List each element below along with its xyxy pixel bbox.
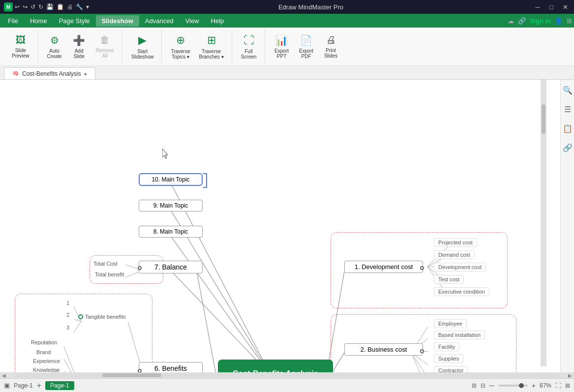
user-icon[interactable]: 👤 [555,17,563,25]
h-scroll-thumb[interactable] [102,373,161,377]
ribbon-group-traverse: ⊕ TraverseTopics ▾ ⊞ TraverseBranches ▾ [163,30,232,63]
menu-advanced[interactable]: Advanced [139,15,180,27]
undo-icon[interactable]: ↩ [15,3,20,10]
traverse-branches-icon: ⊞ [207,34,216,47]
save-icon[interactable]: 💾 [46,3,54,10]
scroll-left-button[interactable]: ◀ [0,373,8,378]
title-bar-left: M ↩ ↪ ↺ ↻ 💾 📋 🖨 🔧 ▾ [4,2,89,11]
canvas[interactable]: Cost-Benefits Analysis 10. Main Topic 9.… [0,80,560,372]
tangible-num-2: 2 [66,312,69,318]
remove-all-button[interactable]: 🗑 RemoveAll [92,30,118,63]
tangible-benefits-node[interactable]: Tangible benefits [78,314,126,320]
horizontal-scrollbar[interactable]: ◀ ▶ [0,372,574,378]
svg-line-8 [171,271,271,372]
total-benefit-label: Total benefit [95,271,124,277]
page-indicator: Page-1 [14,382,33,389]
experience-label: Experience [33,358,60,364]
redo-icon[interactable]: ↪ [23,3,28,10]
cloud-icon[interactable]: ☁ [508,17,514,25]
menu-view[interactable]: View [180,15,205,27]
traverse-topics-icon: ⊕ [176,34,185,47]
panel-toggle-icon[interactable]: ▣ [4,382,10,389]
active-page-tab[interactable]: Page-1 [45,381,74,390]
copy-icon[interactable]: 📋 [57,3,64,10]
traverse-branches-button[interactable]: ⊞ TraverseBranches ▾ [195,30,228,63]
print-icon[interactable]: 🖨 [67,3,73,10]
zoom-thumb[interactable] [519,383,524,388]
menu-help[interactable]: Help [205,15,230,27]
tab-icon: 🧠 [12,70,19,77]
dropdown-icon[interactable]: ▾ [86,3,89,10]
main-area: Cost-Benefits Analysis 10. Main Topic 9.… [0,80,574,372]
main-topic-8-label: 8. Main Topic [153,228,188,235]
fit-page-icon[interactable]: ⊞ [472,382,477,389]
tangible-connector [78,314,83,319]
nav-icons: ↩ ↪ ↺ ↻ 💾 📋 🖨 🔧 ▾ [15,3,89,10]
business-cost-node[interactable]: 2. Business cost [344,343,423,356]
share-icon[interactable]: 🔗 [518,17,526,25]
sign-in-button[interactable]: Sign In [530,17,551,25]
menu-right: ☁ 🔗 Sign In 👤 ⊞ [508,17,572,25]
supplies-label: Supplies [434,354,463,363]
balance-node[interactable]: 7. Balance [139,261,203,273]
main-topic-8-node[interactable]: 8. Main Topic [139,226,203,238]
benefits-node[interactable]: 6. Benefits [139,362,203,372]
brand-label: Brand [36,349,51,355]
zoom-icon[interactable]: 🔍 [561,84,574,97]
tab-bar: 🧠 Cost-Benefits Analysis ● [0,66,574,80]
add-slide-label: AddSlide [73,48,84,59]
ribbon-group-play: ▶ StartSlideshow [123,30,162,63]
full-screen-label: FullScreen [241,49,257,60]
menu-file[interactable]: File [2,15,24,27]
svg-line-19 [411,353,428,372]
forward-icon[interactable]: ↻ [38,3,43,10]
main-topic-10-node[interactable]: 10. Main Topic [139,173,203,186]
auto-create-button[interactable]: ⚙ AutoCreate [43,30,66,63]
document-tab[interactable]: 🧠 Cost-Benefits Analysis ● [4,67,95,79]
traverse-topics-button[interactable]: ⊕ TraverseTopics ▾ [167,30,194,63]
tab-close-button[interactable]: ● [84,71,87,77]
slide-preview-label: SlidePreview [12,48,30,59]
minimize-button[interactable]: ─ [533,3,543,11]
layout-icon[interactable]: ⊞ [567,17,572,25]
fit-screen-icon[interactable]: ⛶ [555,382,561,389]
outline-icon[interactable]: ☰ [562,103,573,116]
h-scroll-track[interactable] [14,373,560,377]
vertical-scrollbar[interactable] [541,80,546,366]
export-pdf-button[interactable]: 📄 ExportPDF [295,30,318,63]
central-node[interactable]: Cost-Benefits Analysis [218,360,333,372]
menu-home[interactable]: Home [24,15,53,27]
dev-cost-node[interactable]: 1. Development cost [344,261,423,273]
ribbon-group-fullscreen: ⛶ FullScreen [233,30,265,63]
print-slides-button[interactable]: 🖨 PrintSlides [319,30,343,63]
refresh-icon[interactable]: ↺ [30,3,35,10]
settings-icon[interactable]: 🔧 [76,3,83,10]
maximize-button[interactable]: □ [546,3,556,11]
main-topic-9-node[interactable]: 9. Main Topic [139,200,203,211]
link-icon[interactable]: 🔗 [561,141,574,154]
start-slideshow-icon: ▶ [138,34,147,47]
svg-line-18 [411,353,428,372]
menu-slideshow[interactable]: Slideshow [96,15,139,27]
add-slide-button[interactable]: ➕ AddSlide [67,30,91,63]
slide-preview-button[interactable]: 🖼 SlidePreview [8,30,33,63]
title-bar: M ↩ ↪ ↺ ↻ 💾 📋 🖨 🔧 ▾ Edraw MindMaster Pro… [0,0,574,14]
full-screen-button[interactable]: ⛶ FullScreen [237,30,261,63]
fullscreen-icon[interactable]: ⊠ [565,382,570,389]
connections-layer [0,80,560,372]
balance-label: 7. Balance [154,263,187,271]
zoom-in-button[interactable]: + [532,382,536,390]
ribbon: 🖼 SlidePreview ⚙ AutoCreate ➕ AddSlide 🗑… [0,28,574,66]
add-page-button[interactable]: + [37,381,41,390]
fit-width-icon[interactable]: ⊟ [481,382,485,389]
menu-page-style[interactable]: Page Style [53,15,96,27]
scroll-right-button[interactable]: ▶ [566,373,574,378]
start-slideshow-button[interactable]: ▶ StartSlideshow [127,30,158,63]
export-ppt-button[interactable]: 📊 ExportPPT [270,30,294,63]
bottom-bar-right: ⊞ ⊟ ─ + 87% ⛶ ⊠ [472,382,570,390]
zoom-out-button[interactable]: ─ [489,382,494,390]
vertical-scroll-thumb[interactable] [542,104,545,134]
clipboard-icon[interactable]: 📋 [561,122,574,135]
close-button[interactable]: ✕ [560,3,570,11]
zoom-slider[interactable] [498,385,528,387]
